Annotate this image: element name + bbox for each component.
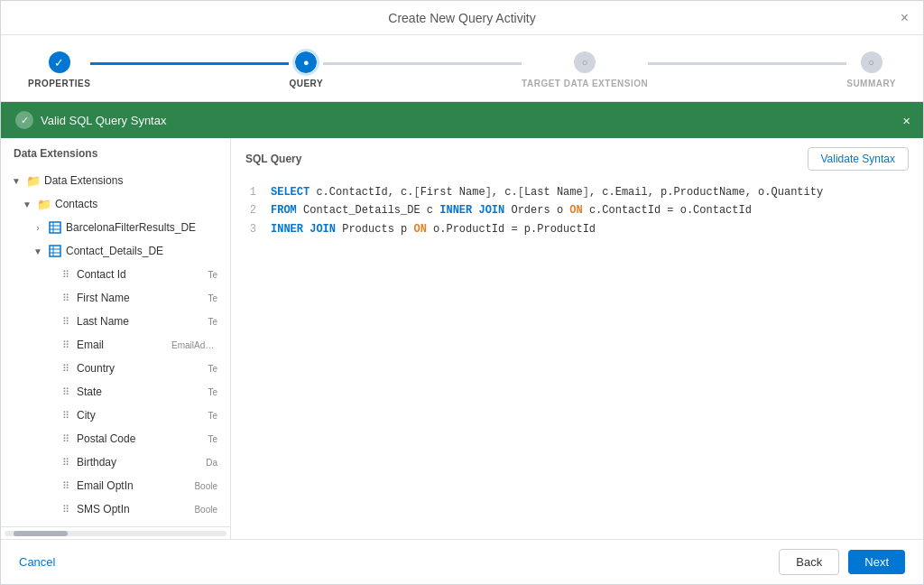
step-1-dot: ✓: [49, 51, 70, 73]
tree-label-contacts: Contacts: [55, 198, 221, 210]
step-4-label: SUMMARY: [846, 79, 896, 88]
connector-1-2: [90, 62, 289, 65]
field-icon-email: ⠿: [59, 338, 73, 352]
tree-label-city: City: [77, 409, 204, 422]
tree-type-state: Te: [208, 387, 221, 397]
tree-item-lastname[interactable]: ⠿ Last Name Te: [1, 310, 230, 333]
expand-icon-barcelona[interactable]: ›: [32, 221, 44, 234]
tree-label-firstname: First Name: [77, 292, 204, 304]
folder-icon-de-root: 📁: [26, 173, 41, 188]
tree-item-state[interactable]: ⠿ State Te: [1, 380, 230, 404]
expand-icon-contacts[interactable]: ▼: [21, 198, 33, 210]
field-icon-contactid: ⠿: [59, 267, 73, 282]
field-icon-birthday: ⠿: [59, 455, 73, 469]
step-3-label: TARGET DATA EXTENSION: [522, 79, 648, 88]
svg-rect-4: [50, 246, 60, 256]
sql-code-1: SELECT c.ContactId, c.[First Name], c.[L…: [271, 183, 912, 201]
tree-item-contact-details-de[interactable]: ▼ Contact_Details_DE: [1, 239, 230, 263]
tree-label-country: Country: [77, 362, 204, 375]
folder-icon-contacts: 📁: [37, 197, 51, 211]
connector-2-3: [323, 62, 522, 65]
tree-type-email: EmailAddre: [171, 340, 221, 350]
tree-label-contactid: Contact Id: [77, 268, 204, 281]
tree-type-firstname: Te: [208, 293, 221, 303]
step-properties[interactable]: ✓ PROPERTIES: [28, 51, 90, 88]
tree-label-lastname: Last Name: [77, 315, 204, 328]
tree-type-postal: Te: [208, 434, 221, 444]
close-button[interactable]: ×: [901, 11, 909, 25]
expand-icon-contact-details[interactable]: ▼: [32, 245, 44, 257]
tree-item-city[interactable]: ⠿ City Te: [1, 404, 230, 427]
tree-type-smsoptin: Boole: [194, 505, 221, 515]
sql-linenum-2: 2: [242, 201, 256, 219]
back-button[interactable]: Back: [779, 549, 839, 575]
field-icon-state: ⠿: [59, 385, 73, 399]
tree-item-contactid[interactable]: ⠿ Contact Id Te: [1, 263, 230, 286]
tree-label-state: State: [77, 385, 204, 398]
tree-label-de-root: Data Extensions: [44, 174, 221, 187]
connector-3-4: [648, 62, 846, 65]
tree-item-emailoptin[interactable]: ⠿ Email OptIn Boole: [1, 474, 230, 497]
alert-success-banner: ✓ Valid SQL Query Syntax ×: [1, 102, 923, 138]
field-icon-country: ⠿: [59, 361, 73, 376]
alert-close-button[interactable]: ×: [902, 113, 910, 128]
table-icon-contact-details: [48, 244, 62, 258]
horizontal-scrollbar-thumb[interactable]: [14, 531, 68, 536]
tree-item-barcelona-de[interactable]: › BarcelonaFilterResults_DE: [1, 216, 230, 239]
tree-container[interactable]: ▼ 📁 Data Extensions ▼ 📁 Contacts ›: [1, 165, 230, 526]
tree-item-email[interactable]: ⠿ Email EmailAddre: [1, 333, 230, 357]
field-icon-firstname: ⠿: [59, 291, 73, 305]
tree-item-firstname[interactable]: ⠿ First Name Te: [1, 286, 230, 310]
step-2-label: QUERY: [289, 79, 323, 88]
tree-item-postal[interactable]: ⠿ Postal Code Te: [1, 427, 230, 450]
field-icon-postal: ⠿: [59, 432, 73, 446]
left-panel-header: Data Extensions: [1, 138, 230, 165]
tree-label-birthday: Birthday: [77, 456, 202, 469]
next-button[interactable]: Next: [848, 550, 905, 574]
field-icon-city: ⠿: [59, 408, 73, 422]
modal-header: Create New Query Activity ×: [1, 1, 923, 35]
alert-check-icon: ✓: [15, 111, 33, 129]
tree-item-de-root[interactable]: ▼ 📁 Data Extensions: [1, 169, 230, 192]
tree-label-contact-details-de: Contact_Details_DE: [66, 245, 221, 257]
modal-container: Create New Query Activity × ✓ PROPERTIES…: [0, 0, 924, 585]
horizontal-scrollbar[interactable]: [5, 531, 226, 536]
sql-line-1: 1 SELECT c.ContactId, c.[First Name], c.…: [242, 183, 912, 201]
step-1-label: PROPERTIES: [28, 79, 90, 88]
validate-syntax-button[interactable]: Validate Syntax: [808, 147, 910, 171]
field-icon-lastname: ⠿: [59, 314, 73, 329]
tree-label-email: Email: [77, 339, 168, 351]
tree-item-birthday[interactable]: ⠿ Birthday Da: [1, 450, 230, 474]
step-2-dot: ●: [295, 51, 317, 73]
tree-type-lastname: Te: [208, 317, 221, 327]
spacer-contactid: [42, 268, 55, 281]
horizontal-scrollbar-area[interactable]: [1, 526, 230, 539]
modal-footer: Cancel Back Next: [1, 539, 923, 584]
tree-label-barcelona-de: BarcelonaFilterResults_DE: [66, 221, 221, 234]
sql-query-title: SQL Query: [245, 153, 301, 165]
expand-icon-de-root[interactable]: ▼: [10, 174, 23, 187]
tree-item-contacts[interactable]: ▼ 📁 Contacts: [1, 192, 230, 216]
sql-linenum-1: 1: [242, 183, 256, 201]
tree-label-emailoptin: Email OptIn: [77, 479, 190, 492]
tree-type-country: Te: [208, 364, 221, 374]
modal-title: Create New Query Activity: [388, 11, 535, 25]
tree-type-city: Te: [208, 411, 221, 421]
alert-message: Valid SQL Query Syntax: [41, 114, 166, 127]
field-icon-emailoptin: ⠿: [59, 478, 73, 493]
svg-rect-0: [50, 222, 60, 233]
tree-type-birthday: Da: [206, 458, 221, 468]
table-icon-barcelona: [48, 220, 62, 235]
field-icon-smsoptin: ⠿: [59, 502, 73, 516]
step-4-dot: ○: [861, 51, 882, 73]
left-panel-title: Data Extensions: [14, 147, 97, 160]
sql-line-2: 2 FROM Contact_Details_DE c INNER JOIN O…: [242, 201, 912, 219]
tree-item-smsoptin[interactable]: ⠿ SMS OptIn Boole: [1, 497, 230, 521]
tree-item-country[interactable]: ⠿ Country Te: [1, 357, 230, 380]
cancel-button[interactable]: Cancel: [19, 555, 55, 569]
step-summary[interactable]: ○ SUMMARY: [846, 51, 896, 88]
sql-linenum-3: 3: [242, 220, 256, 238]
sql-editor[interactable]: 1 SELECT c.ContactId, c.[First Name], c.…: [231, 176, 923, 539]
step-query[interactable]: ● QUERY: [289, 51, 323, 88]
step-target[interactable]: ○ TARGET DATA EXTENSION: [522, 51, 648, 88]
